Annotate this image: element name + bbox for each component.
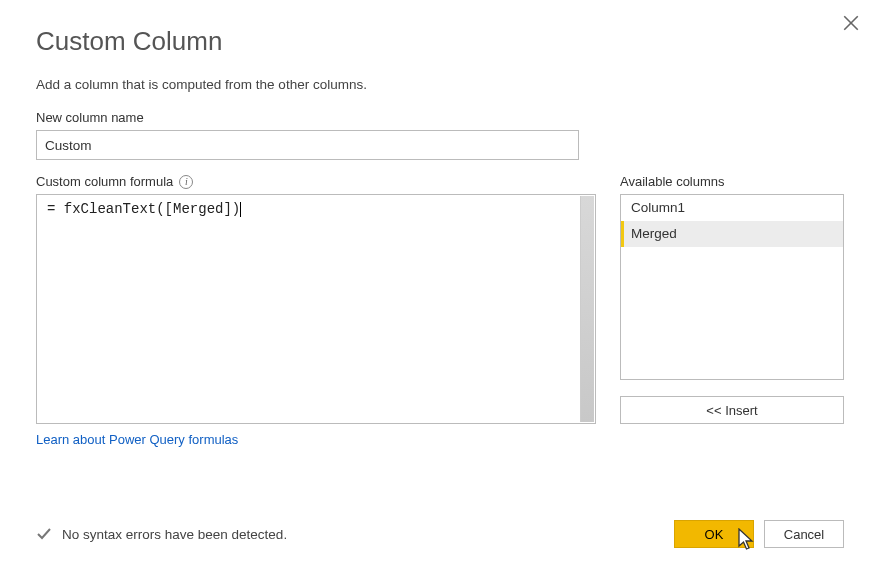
available-column-item[interactable]: Merged — [621, 221, 843, 247]
formula-input[interactable]: = fxCleanText([Merged]) — [36, 194, 596, 424]
close-icon — [842, 14, 860, 32]
new-column-name-label: New column name — [36, 110, 844, 125]
formula-scrollbar[interactable] — [580, 196, 594, 422]
insert-button[interactable]: << Insert — [620, 396, 844, 424]
available-column-item[interactable]: Column1 — [621, 195, 843, 221]
available-columns-label: Available columns — [620, 174, 844, 189]
ok-button[interactable]: OK — [674, 520, 754, 548]
check-icon — [36, 526, 52, 542]
dialog-title: Custom Column — [36, 26, 844, 57]
custom-column-dialog: Custom Column Add a column that is compu… — [0, 0, 880, 572]
info-icon[interactable]: i — [179, 175, 193, 189]
dialog-description: Add a column that is computed from the o… — [36, 77, 844, 92]
learn-link[interactable]: Learn about Power Query formulas — [36, 432, 238, 447]
text-caret — [240, 202, 241, 217]
new-column-name-input[interactable] — [36, 130, 579, 160]
formula-label: Custom column formula i — [36, 174, 596, 189]
status-message: No syntax errors have been detected. — [36, 526, 287, 542]
cancel-button[interactable]: Cancel — [764, 520, 844, 548]
close-button[interactable] — [842, 14, 862, 34]
available-columns-list[interactable]: Column1 Merged — [620, 194, 844, 380]
